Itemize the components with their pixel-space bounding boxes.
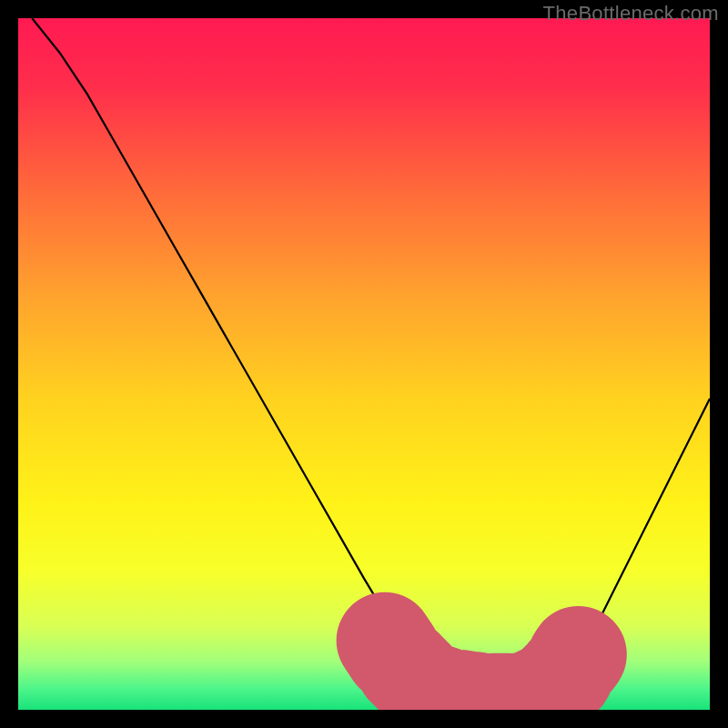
chart-frame: TheBottleneck.com (0, 0, 728, 728)
plot-svg (18, 18, 710, 710)
